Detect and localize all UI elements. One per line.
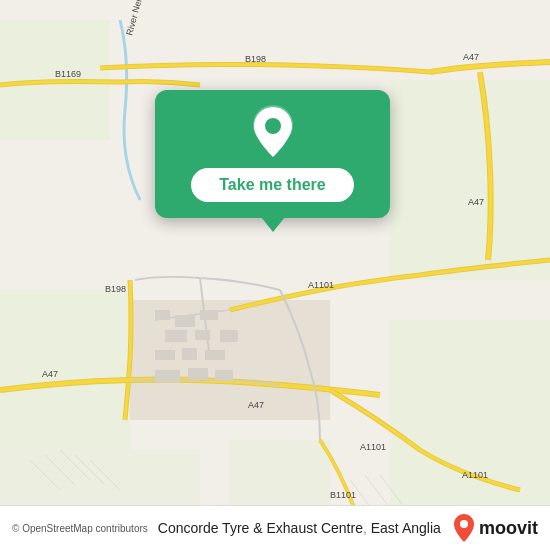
map-svg: River Nene B1169 B198 B198 A47 A47 A47 A… bbox=[0, 0, 550, 550]
svg-rect-29 bbox=[188, 368, 208, 380]
map-container: River Nene B1169 B198 B198 A47 A47 A47 A… bbox=[0, 0, 550, 550]
svg-rect-28 bbox=[155, 370, 180, 382]
svg-text:A47: A47 bbox=[42, 369, 58, 379]
svg-rect-2 bbox=[390, 80, 550, 280]
svg-rect-21 bbox=[200, 310, 218, 320]
svg-text:B1169: B1169 bbox=[55, 69, 81, 79]
svg-rect-19 bbox=[155, 310, 170, 320]
svg-rect-23 bbox=[195, 330, 210, 340]
svg-rect-25 bbox=[155, 350, 175, 360]
svg-point-41 bbox=[460, 520, 468, 528]
take-me-there-button[interactable]: Take me there bbox=[191, 168, 353, 202]
svg-text:River Nene: River Nene bbox=[124, 0, 145, 37]
location-pin-icon bbox=[248, 108, 298, 158]
svg-rect-20 bbox=[175, 315, 195, 327]
svg-rect-26 bbox=[182, 348, 197, 360]
svg-rect-24 bbox=[220, 330, 238, 342]
svg-text:B198: B198 bbox=[105, 284, 126, 294]
moovit-logo: moovit bbox=[453, 514, 538, 542]
svg-text:A47: A47 bbox=[468, 197, 484, 207]
svg-text:A47: A47 bbox=[248, 400, 264, 410]
bottom-bar: © OpenStreetMap contributors Concorde Ty… bbox=[0, 505, 550, 550]
moovit-pin-icon bbox=[453, 514, 475, 542]
svg-text:A1101: A1101 bbox=[308, 280, 334, 290]
svg-rect-1 bbox=[0, 290, 130, 450]
moovit-brand-text: moovit bbox=[479, 518, 538, 539]
osm-attribution: © OpenStreetMap contributors bbox=[12, 523, 148, 534]
svg-rect-3 bbox=[390, 320, 550, 520]
svg-text:A1101: A1101 bbox=[462, 470, 488, 480]
location-name: Concorde Tyre & Exhaust Centre, East Ang… bbox=[158, 520, 443, 536]
svg-rect-27 bbox=[205, 350, 225, 360]
svg-text:A47: A47 bbox=[463, 52, 479, 62]
svg-text:B1101: B1101 bbox=[330, 490, 356, 500]
svg-rect-22 bbox=[165, 330, 187, 342]
svg-text:A1101: A1101 bbox=[360, 442, 386, 452]
svg-point-40 bbox=[265, 118, 281, 134]
popup-card: Take me there bbox=[155, 90, 390, 218]
svg-text:B198: B198 bbox=[245, 54, 266, 64]
svg-rect-30 bbox=[215, 370, 233, 380]
